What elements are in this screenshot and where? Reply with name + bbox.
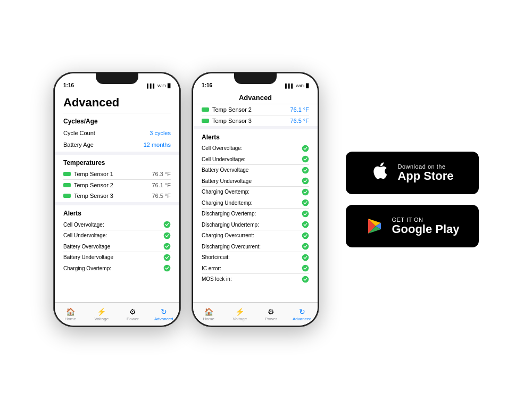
svg-point-7: [302, 167, 309, 173]
battery-icon-2: ▉: [306, 84, 309, 88]
svg-point-1: [164, 232, 171, 239]
p2-alert-12: IC error:: [193, 263, 318, 273]
status-icons-2: ▌▌▌ WiFi ▉: [285, 84, 309, 88]
alert-row-2: Cell Undervoltage:: [55, 230, 179, 241]
tab-power-2[interactable]: ⚙ Power: [255, 307, 287, 321]
advanced-icon-2: ↻: [299, 307, 305, 316]
tab-bar-2: 🏠 Home ⚡ Voltage ⚙ Power ↻ Advanced: [193, 302, 318, 326]
p2-check-2: [302, 155, 309, 163]
cycle-count-label: Cycle Count: [63, 130, 95, 136]
alert-row-5: Charging Overtemp:: [55, 263, 179, 273]
temp-sensor-2-value: 76.1 °F: [152, 182, 171, 188]
green-indicator-1: [63, 172, 71, 176]
p2-alert-11: Shortcircuit:: [193, 252, 318, 263]
p2-alert-label-1: Cell Overvoltage:: [202, 145, 243, 151]
check-icon-4: [163, 254, 171, 261]
status-time-2: 1:16: [202, 82, 212, 88]
p2-alert-3: Battery Overvoltage: [193, 165, 318, 176]
tab-advanced-2[interactable]: ↻ Advanced: [287, 307, 318, 321]
green-indicator-2a: [202, 107, 209, 112]
main-container: 1:16 ▌▌▌ WiFi ▉ Advanced Cycles/Age Cycl…: [0, 0, 532, 399]
svg-point-10: [302, 200, 309, 206]
phone-2: 1:16 ▌▌▌ WiFi ▉ Advanced Temp Sensor 2 7: [192, 72, 319, 327]
tab-voltage-label-1: Voltage: [94, 317, 109, 321]
p2-alert-label-6: Charging Undertemp:: [202, 200, 253, 206]
tab-power-1[interactable]: ⚙ Power: [117, 307, 148, 321]
tab-home-label-1: Home: [65, 317, 76, 321]
tab-advanced-1[interactable]: ↻ Advanced: [148, 307, 180, 321]
alert-label-3: Battery Overvoltage: [63, 244, 110, 250]
power-icon-2: ⚙: [268, 307, 275, 316]
p2-alert-4: Battery Undervoltage: [193, 176, 318, 186]
svg-point-5: [302, 145, 309, 152]
voltage-icon-2: ⚡: [235, 307, 244, 316]
svg-point-15: [302, 254, 309, 261]
notch-1: [96, 73, 138, 84]
tab-power-label-1: Power: [127, 317, 139, 321]
svg-point-13: [302, 232, 309, 239]
battery-age-row: Battery Age 12 months: [55, 139, 179, 151]
p2-check-9: [302, 232, 309, 239]
p2-alert-label-11: Shortcircuit:: [202, 254, 230, 260]
p2-alert-1: Cell Overvoltage:: [193, 143, 318, 154]
battery-icon: ▉: [168, 84, 171, 88]
cycle-count-row: Cycle Count 3 cycles: [55, 127, 179, 139]
tab-bar-1: 🏠 Home ⚡ Voltage ⚙ Power ↻ Advanced: [55, 302, 179, 326]
temp-sensor-3-label: Temp Sensor 3: [74, 193, 113, 199]
p2-alert-label-8: Discharging Undertemp:: [202, 222, 259, 228]
svg-point-8: [302, 178, 309, 185]
svg-point-3: [164, 254, 171, 261]
notch-2: [234, 73, 277, 84]
status-bar-2: 1:16 ▌▌▌ WiFi ▉: [193, 73, 318, 90]
google-play-button[interactable]: GET IT ON Google Play: [346, 205, 479, 247]
p2-check-8: [302, 221, 309, 228]
alert-label-2: Cell Undervoltage:: [63, 232, 107, 238]
status-icons-1: ▌▌▌ WiFi ▉: [147, 84, 171, 88]
p2-alert-label-10: Discharging Overcurrent:: [202, 244, 261, 250]
app-content-1: Advanced Cycles/Age Cycle Count 3 cycles…: [55, 90, 179, 302]
p2-alert-2: Cell Undervoltage:: [193, 154, 318, 164]
check-icon-2: [163, 232, 171, 239]
battery-age-label: Battery Age: [63, 142, 94, 148]
phone-screen-1: Advanced Cycles/Age Cycle Count 3 cycles…: [55, 90, 179, 302]
temp2-sensor-2-value: 76.1 °F: [290, 106, 309, 113]
p2-alert-label-5: Charging Overtemp:: [202, 189, 250, 195]
temp2-sensor-3-label: Temp Sensor 3: [212, 118, 252, 124]
tab-home-2[interactable]: 🏠 Home: [193, 307, 225, 321]
tab-voltage-2[interactable]: ⚡ Voltage: [225, 307, 256, 321]
section-alerts-1: Alerts: [55, 205, 179, 219]
tab-voltage-label-2: Voltage: [232, 317, 247, 321]
home-icon-1: 🏠: [66, 307, 75, 316]
temp-sensor-1-label: Temp Sensor 1: [74, 171, 113, 177]
p2-alert-label-2: Cell Undervoltage:: [202, 156, 245, 162]
temp-sensor-1-row: Temp Sensor 1 76.3 °F: [55, 169, 179, 179]
section-temperatures: Temperatures: [55, 155, 179, 169]
svg-point-16: [302, 265, 309, 272]
store-buttons-container: Download on the App Store GET IT ON Goog…: [346, 152, 479, 247]
tab-voltage-1[interactable]: ⚡ Voltage: [86, 307, 118, 321]
p2-check-3: [302, 167, 309, 174]
check-icon-1: [163, 221, 171, 228]
status-bar-1: 1:16 ▌▌▌ WiFi ▉: [55, 73, 179, 90]
p2-alert-8: Discharging Undertemp:: [193, 219, 318, 230]
page-title-1: Advanced: [55, 90, 179, 113]
p2-check-7: [302, 210, 309, 218]
tab-home-1[interactable]: 🏠 Home: [55, 307, 86, 321]
app-store-text: Download on the App Store: [397, 163, 453, 182]
section-alerts-2: Alerts: [193, 129, 318, 143]
status-time-1: 1:16: [63, 82, 74, 88]
temp2-sensor-2-row: Temp Sensor 2 76.1 °F: [193, 104, 318, 115]
app-store-button[interactable]: Download on the App Store: [346, 152, 479, 194]
power-icon-1: ⚙: [129, 307, 136, 316]
check-icon-5: [163, 264, 171, 272]
p2-alert-9: Charging Overcurrent:: [193, 230, 318, 241]
temp-sensor-2-label: Temp Sensor 2: [74, 182, 113, 188]
p2-alert-13: MOS lock in:: [193, 274, 318, 285]
p2-check-11: [302, 254, 309, 261]
p2-alert-label-3: Battery Overvoltage: [202, 167, 248, 173]
svg-point-14: [302, 243, 309, 250]
apple-icon: [371, 161, 390, 185]
p2-check-6: [302, 199, 309, 206]
p2-alert-label-7: Discharging Overtemp:: [202, 211, 256, 217]
p2-alert-label-9: Charging Overcurrent:: [202, 232, 254, 238]
